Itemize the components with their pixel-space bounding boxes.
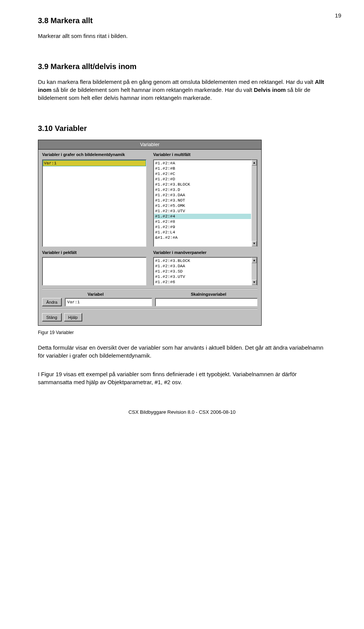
label-skalningsvariabel: Skalningsvariabel xyxy=(191,292,226,297)
list-item[interactable]: #1.#2:#3.SD xyxy=(154,269,251,274)
list-item[interactable]: #1.#2:#3.D xyxy=(154,187,251,192)
bold-delvis-inom: Delvis inom xyxy=(254,87,286,93)
list-item[interactable]: #1.#2:#3.DAA xyxy=(154,192,251,198)
variabler-dialog: Variabler Variabler i grafer och bildele… xyxy=(38,140,262,326)
page-number: 19 xyxy=(335,11,341,19)
list-item[interactable]: &#1.#2:#A xyxy=(154,235,251,240)
para-3-9: Du kan markera flera bildelement på en g… xyxy=(38,78,326,102)
scroll-up-icon[interactable]: ▲ xyxy=(252,258,257,263)
andra-button[interactable]: Ändra xyxy=(42,298,62,306)
list-item[interactable]: #1.#2:#D xyxy=(154,177,251,182)
list-item[interactable]: Var:1 xyxy=(43,161,146,166)
scrollbar[interactable]: ▲ ▼ xyxy=(252,257,257,285)
page-footer: CSX Bildbyggare Revision 8.0 - CSX 2006-… xyxy=(38,409,326,416)
label-variabel: Variabel xyxy=(88,292,104,297)
listbox-grafer[interactable]: Var:1 xyxy=(42,159,146,247)
listbox-pekfalt[interactable] xyxy=(42,257,146,285)
label-manoverpaneler: Variabler i manöverpaneler xyxy=(153,250,257,255)
listbox-manoverpaneler[interactable]: #1.#2:#3.BLOCK#1.#2:#3.DAA#1.#2:#3.SD#1.… xyxy=(153,257,252,285)
scroll-down-icon[interactable]: ▼ xyxy=(252,241,257,246)
hjalp-button[interactable]: Hjälp xyxy=(64,313,82,322)
stang-button[interactable]: Stäng xyxy=(42,313,62,322)
list-item[interactable]: #1.#2:#8 xyxy=(154,219,251,224)
heading-3-9: 3.9 Markera allt/delvis inom xyxy=(38,61,326,72)
list-item[interactable]: #1.#2:#6 xyxy=(154,279,251,285)
list-item[interactable]: #1.#2:#3.DAA xyxy=(154,263,251,269)
list-item[interactable]: #1.#2:L4 xyxy=(154,230,251,235)
label-grafer-dynamik: Variabler i grafer och bildelementdynami… xyxy=(42,152,146,158)
label-pekfalt: Variabler i pekfält xyxy=(42,250,146,255)
heading-3-10: 3.10 Variabler xyxy=(38,123,326,134)
scroll-up-icon[interactable]: ▲ xyxy=(252,160,257,166)
list-item[interactable]: #1.#2:#C xyxy=(154,171,251,177)
list-item[interactable]: #1.#2:#3.NOT xyxy=(154,198,251,203)
list-item[interactable]: #1.#2:#5.OMK xyxy=(154,203,251,208)
list-item[interactable]: #1.#2:#B xyxy=(154,166,251,171)
list-item[interactable]: #1.#2:#4 xyxy=(154,214,251,219)
list-item[interactable]: #1.#2:#3.BLOCK xyxy=(154,182,251,187)
para-3-8: Markerar allt som finns ritat i bilden. xyxy=(38,32,326,40)
separator xyxy=(42,309,257,309)
list-item[interactable]: #1.#2:#3.UTV xyxy=(154,274,251,279)
body-para-2: I Figur 19 visas ett exempel på variable… xyxy=(38,370,326,386)
text-fragment: Du kan markera flera bildelement på en g… xyxy=(38,79,315,85)
list-item[interactable]: #1.#2:#3.UTV xyxy=(154,208,251,214)
text-fragment: så blir de bildelement som helt hamnar i… xyxy=(52,87,254,93)
label-multifalt: Variabler i multifält xyxy=(153,152,257,158)
heading-3-8: 3.8 Markera allt xyxy=(38,15,326,26)
skalning-input[interactable] xyxy=(155,298,257,306)
list-item[interactable]: #1.#2:#9 xyxy=(154,224,251,230)
separator xyxy=(42,288,257,289)
list-item[interactable]: #1.#2:#A xyxy=(154,161,251,166)
variabel-input[interactable]: Var:1 xyxy=(65,298,152,306)
dialog-title: Variabler xyxy=(38,140,261,150)
listbox-multifalt[interactable]: #1.#2:#A#1.#2:#B#1.#2:#C#1.#2:#D#1.#2:#3… xyxy=(153,159,252,247)
body-para-1: Detta formulär visar en översikt över de… xyxy=(38,344,326,359)
scrollbar[interactable]: ▲ ▼ xyxy=(252,159,257,247)
figure-caption: Figur 19 Variabler xyxy=(38,329,326,336)
scroll-down-icon[interactable]: ▼ xyxy=(252,280,257,285)
list-item[interactable]: #1.#2:#3.BLOCK xyxy=(154,258,251,263)
